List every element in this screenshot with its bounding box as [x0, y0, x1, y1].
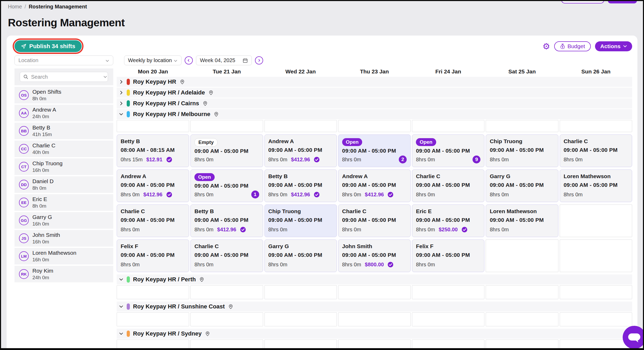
empty-slot[interactable]: [117, 312, 189, 326]
staff-search[interactable]: [20, 72, 108, 82]
chat-launcher-button[interactable]: [623, 326, 644, 349]
empty-slot[interactable]: [117, 120, 189, 132]
empty-slot[interactable]: [338, 120, 411, 132]
empty-slot[interactable]: [560, 120, 632, 132]
staff-item-roy-kim[interactable]: RKRoy Kim24h 0m: [14, 266, 113, 282]
staff-item-andrew-a[interactable]: AAAndrew A24h 0m: [14, 105, 113, 121]
empty-slot[interactable]: [560, 312, 632, 326]
empty-slot[interactable]: [486, 285, 558, 299]
empty-slot[interactable]: [338, 285, 411, 299]
empty-slot[interactable]: [264, 285, 337, 299]
empty-slot[interactable]: [190, 120, 263, 132]
shift-card-chip-truong[interactable]: Chip Truong09:00 AM - 05:00 PM8hrs 0m: [486, 134, 558, 167]
shift-card-andrew-a[interactable]: Andrew A09:00 AM - 05:00 PM8hrs 0m$412.9…: [338, 169, 411, 202]
shift-card-eric-e[interactable]: Eric E09:00 AM - 05:00 PM8hrs 0m$250.00: [412, 204, 484, 237]
empty-slot[interactable]: [486, 120, 558, 132]
staff-item-john-smith[interactable]: JSJohn Smith16h 0m: [14, 230, 113, 247]
shift-card-john-smith[interactable]: John Smith09:00 AM - 05:00 PM8hrs 0m$800…: [338, 239, 411, 272]
empty-slot[interactable]: [117, 285, 189, 299]
group-header-roy-keypay-hr-melbourne[interactable]: Roy Keypay HR / Melbourne: [117, 109, 632, 119]
shift-card-betty-b[interactable]: Betty B09:00 AM - 05:00 PM8hrs 0m$412.96: [264, 169, 337, 202]
location-filter-select[interactable]: Location: [14, 56, 113, 65]
staff-search-input[interactable]: [31, 74, 101, 80]
empty-slot[interactable]: [264, 339, 337, 350]
group-name: Roy Keypay HR / Sydney: [133, 330, 201, 337]
shift-card-betty-b[interactable]: Betty B09:00 AM - 05:00 PM8hrs 0m$412.96: [190, 204, 263, 237]
cutoff-outline-button[interactable]: [561, 0, 604, 3]
empty-slot[interactable]: [412, 339, 484, 350]
empty-slot[interactable]: [190, 339, 263, 350]
chevron-right-icon[interactable]: [119, 90, 124, 95]
shift-card-loren-mathewson[interactable]: Loren Mathewson09:00 AM - 05:00 PM8hrs 0…: [560, 169, 632, 202]
actions-button[interactable]: Actions: [595, 41, 632, 51]
empty-slot[interactable]: [412, 120, 484, 132]
shift-card-charlie-c[interactable]: Charlie C09:00 AM - 05:00 PM8hrs 0m: [338, 204, 411, 237]
empty-slot[interactable]: [560, 204, 632, 237]
chevron-down-icon[interactable]: [119, 304, 124, 309]
shift-card-felix-f[interactable]: Felix F09:00 AM - 05:00 PM8hrs 0m: [117, 239, 189, 272]
empty-slot[interactable]: [560, 339, 632, 350]
group-header-roy-keypay-hr-sunshine-coast[interactable]: Roy Keypay HR / Sunshine Coast: [117, 302, 632, 312]
shift-card-chip-truong[interactable]: Chip Truong09:00 AM - 05:00 PM8hrs 0m: [264, 204, 337, 237]
staff-item-charlie-c[interactable]: CCCharlie C40h 0m: [14, 141, 113, 157]
shift-card-garry-g[interactable]: Garry G09:00 AM - 05:00 PM8hrs 0m: [486, 169, 558, 202]
shift-card-felix-f[interactable]: Felix F09:00 AM - 05:00 PM8hrs 0m: [412, 239, 484, 272]
group-header-roy-keypay-hr-cairns[interactable]: Roy Keypay HR / Cairns: [117, 98, 632, 108]
chevron-down-icon[interactable]: [119, 331, 124, 336]
empty-slot[interactable]: [486, 312, 558, 326]
shift-card-charlie-c[interactable]: Charlie C09:00 AM - 05:00 PM8hrs 0m: [412, 169, 484, 202]
empty-slot[interactable]: [338, 339, 411, 350]
empty-slot[interactable]: [264, 312, 337, 326]
empty-slot[interactable]: [338, 312, 411, 326]
shift-card-open[interactable]: Open09:00 AM - 05:00 PM8hrs 0m1: [190, 169, 263, 202]
shift-card-open[interactable]: Open09:00 AM - 05:00 PM8hrs 0m2: [338, 134, 411, 167]
week-picker[interactable]: Week 04, 2025: [196, 56, 252, 65]
shift-card-charlie-c[interactable]: Charlie C09:00 AM - 05:00 PM8hrs 0m: [190, 239, 263, 272]
staff-item-garry-g[interactable]: GGGarry G16h 0m: [14, 212, 113, 229]
shift-card-charlie-c[interactable]: Charlie C09:00 AM - 05:00 PM8hrs 0m: [117, 204, 189, 237]
group-header-roy-keypay-hr-perth[interactable]: Roy Keypay HR / Perth: [117, 274, 632, 284]
breadcrumb-home[interactable]: Home: [8, 4, 22, 10]
previous-week-button[interactable]: [185, 56, 193, 64]
empty-slot[interactable]: [486, 239, 558, 272]
group-header-roy-keypay-hr[interactable]: Roy Keypay HR: [117, 77, 632, 87]
staff-item-loren-mathewson[interactable]: LMLoren Mathewson16h 0m: [14, 248, 113, 264]
empty-slot[interactable]: [486, 339, 558, 350]
empty-slot[interactable]: [190, 312, 263, 326]
staff-item-open-shifts[interactable]: OSOpen Shifts8h 0m: [14, 87, 113, 103]
group-header-roy-keypay-hr-adelaide[interactable]: Roy Keypay HR / Adelaide: [117, 88, 632, 98]
view-mode-select[interactable]: Weekly by location: [124, 56, 181, 65]
staff-item-chip-truong[interactable]: CTChip Truong16h 0m: [14, 158, 113, 175]
chevron-right-icon[interactable]: [119, 101, 124, 106]
budget-label: Budget: [567, 43, 585, 49]
chevron-down-icon[interactable]: [119, 112, 124, 117]
shift-employee-name: Charlie C: [416, 173, 480, 179]
empty-slot[interactable]: [412, 312, 484, 326]
empty-slot[interactable]: [412, 285, 484, 299]
empty-slot[interactable]: [560, 285, 632, 299]
shift-card-charlie-c[interactable]: Charlie C09:00 AM - 05:00 PM8hrs 0m: [560, 134, 632, 167]
staff-item-eric-e[interactable]: EEEric E8h 0m: [14, 194, 113, 211]
staff-item-daniel-d[interactable]: DDDaniel D8h 0m: [14, 176, 113, 193]
shift-card-garry-g[interactable]: Garry G09:00 AM - 05:00 PM8hrs 0m: [264, 239, 337, 272]
empty-slot[interactable]: [560, 239, 632, 272]
group-header-roy-keypay-hr-sydney[interactable]: Roy Keypay HR / Sydney: [117, 329, 632, 339]
next-week-button[interactable]: [255, 56, 263, 64]
chevron-right-icon[interactable]: [119, 79, 124, 84]
gear-icon[interactable]: ⚙: [543, 42, 550, 51]
publish-shifts-button[interactable]: Publish 34 shifts: [14, 40, 82, 52]
empty-slot[interactable]: [264, 120, 337, 132]
shift-card-andrew-a[interactable]: Andrew A09:00 AM - 05:00 PM8hrs 0m$412.9…: [264, 134, 337, 167]
chevron-down-icon[interactable]: [119, 277, 124, 282]
shift-card-open[interactable]: Open09:00 AM - 05:00 PM8hrs 0m9: [412, 134, 484, 167]
budget-button[interactable]: Budget: [554, 41, 591, 51]
staff-item-betty-b[interactable]: BBBetty B41h 15m: [14, 123, 113, 139]
shift-card-betty-b[interactable]: Betty B08:00 AM - 08:15 AM0hrs 15m$12.91: [117, 134, 189, 167]
shift-card-empty[interactable]: Empty09:00 AM - 05:00 PM8hrs 0m: [190, 134, 263, 167]
shift-card-andrew-a[interactable]: Andrew A09:00 AM - 05:00 PM8hrs 0m$412.9…: [117, 169, 189, 202]
empty-slot[interactable]: [117, 339, 189, 350]
empty-slot[interactable]: [190, 285, 263, 299]
cutoff-filled-button[interactable]: [608, 0, 637, 3]
shift-time: 09:00 AM - 05:00 PM: [268, 217, 333, 223]
shift-card-loren-mathewson[interactable]: Loren Mathewson09:00 AM - 05:00 PM8hrs 0…: [486, 204, 558, 237]
